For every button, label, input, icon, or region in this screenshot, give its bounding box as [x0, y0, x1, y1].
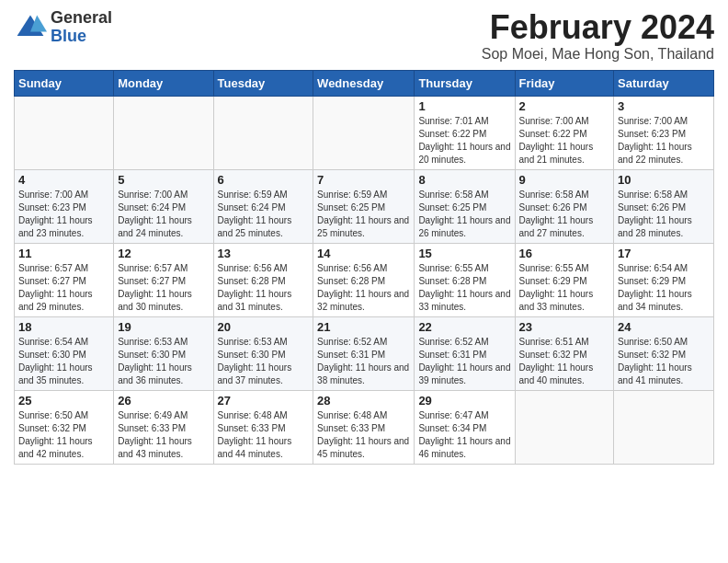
- calendar-day-cell: 10Sunrise: 6:58 AMSunset: 6:26 PMDayligh…: [614, 169, 714, 243]
- calendar-day-cell: 18Sunrise: 6:54 AMSunset: 6:30 PMDayligh…: [15, 316, 114, 390]
- calendar-day-cell: 9Sunrise: 6:58 AMSunset: 6:26 PMDaylight…: [515, 169, 614, 243]
- day-info: Sunrise: 6:54 AMSunset: 6:29 PMDaylight:…: [618, 262, 710, 314]
- week-row-5: 25Sunrise: 6:50 AMSunset: 6:32 PMDayligh…: [15, 390, 714, 464]
- day-info: Sunrise: 7:01 AMSunset: 6:22 PMDaylight:…: [418, 115, 510, 167]
- week-row-2: 4Sunrise: 7:00 AMSunset: 6:23 PMDaylight…: [15, 169, 714, 243]
- calendar-day-cell: 12Sunrise: 6:57 AMSunset: 6:27 PMDayligh…: [114, 243, 213, 316]
- day-info: Sunrise: 6:55 AMSunset: 6:29 PMDaylight:…: [519, 262, 610, 314]
- calendar-day-cell: 21Sunrise: 6:52 AMSunset: 6:31 PMDayligh…: [313, 316, 415, 390]
- week-row-1: 1Sunrise: 7:01 AMSunset: 6:22 PMDaylight…: [15, 96, 714, 169]
- day-number: 11: [18, 247, 109, 260]
- week-row-3: 11Sunrise: 6:57 AMSunset: 6:27 PMDayligh…: [15, 243, 714, 316]
- day-info: Sunrise: 6:57 AMSunset: 6:27 PMDaylight:…: [18, 262, 109, 314]
- calendar-day-cell: [313, 96, 415, 169]
- day-info: Sunrise: 6:48 AMSunset: 6:33 PMDaylight:…: [317, 409, 410, 461]
- logo-blue: Blue: [51, 27, 86, 45]
- day-info: Sunrise: 7:00 AMSunset: 6:24 PMDaylight:…: [118, 189, 209, 240]
- weekday-header-wednesday: Wednesday: [313, 70, 415, 96]
- calendar-day-cell: 2Sunrise: 7:00 AMSunset: 6:22 PMDaylight…: [515, 96, 614, 169]
- calendar-day-cell: 13Sunrise: 6:56 AMSunset: 6:28 PMDayligh…: [213, 243, 313, 316]
- weekday-header-saturday: Saturday: [614, 70, 714, 96]
- day-info: Sunrise: 6:55 AMSunset: 6:28 PMDaylight:…: [418, 262, 510, 314]
- day-info: Sunrise: 6:50 AMSunset: 6:32 PMDaylight:…: [618, 336, 710, 387]
- day-info: Sunrise: 6:58 AMSunset: 6:26 PMDaylight:…: [519, 189, 610, 240]
- page-header: General Blue February 2024 Sop Moei, Mae…: [14, 9, 714, 63]
- calendar-day-cell: [114, 96, 213, 169]
- day-info: Sunrise: 6:58 AMSunset: 6:25 PMDaylight:…: [418, 189, 510, 240]
- day-info: Sunrise: 6:59 AMSunset: 6:25 PMDaylight:…: [317, 189, 410, 240]
- calendar-day-cell: 27Sunrise: 6:48 AMSunset: 6:33 PMDayligh…: [213, 390, 313, 464]
- day-number: 12: [118, 247, 209, 260]
- day-number: 2: [519, 99, 610, 113]
- day-info: Sunrise: 6:53 AMSunset: 6:30 PMDaylight:…: [118, 336, 209, 387]
- calendar-day-cell: 14Sunrise: 6:56 AMSunset: 6:28 PMDayligh…: [313, 243, 415, 316]
- calendar-day-cell: 23Sunrise: 6:51 AMSunset: 6:32 PMDayligh…: [515, 316, 614, 390]
- day-number: 15: [418, 247, 510, 260]
- weekday-header-thursday: Thursday: [415, 70, 515, 96]
- day-number: 6: [218, 173, 310, 187]
- day-number: 1: [418, 99, 510, 113]
- calendar-day-cell: 7Sunrise: 6:59 AMSunset: 6:25 PMDaylight…: [313, 169, 415, 243]
- logo-general: General: [51, 8, 112, 27]
- day-info: Sunrise: 6:56 AMSunset: 6:28 PMDaylight:…: [218, 262, 310, 314]
- weekday-header-tuesday: Tuesday: [213, 70, 313, 96]
- calendar-day-cell: 3Sunrise: 7:00 AMSunset: 6:23 PMDaylight…: [614, 96, 714, 169]
- calendar-day-cell: 22Sunrise: 6:52 AMSunset: 6:31 PMDayligh…: [415, 316, 515, 390]
- calendar-day-cell: 16Sunrise: 6:55 AMSunset: 6:29 PMDayligh…: [515, 243, 614, 316]
- day-info: Sunrise: 6:50 AMSunset: 6:32 PMDaylight:…: [18, 409, 109, 461]
- day-number: 27: [218, 394, 310, 408]
- day-info: Sunrise: 6:48 AMSunset: 6:33 PMDaylight:…: [218, 409, 310, 461]
- day-number: 29: [418, 394, 510, 408]
- calendar-day-cell: 4Sunrise: 7:00 AMSunset: 6:23 PMDaylight…: [15, 169, 114, 243]
- calendar-day-cell: [15, 96, 114, 169]
- day-number: 22: [418, 320, 510, 334]
- day-number: 10: [618, 173, 710, 187]
- day-info: Sunrise: 7:00 AMSunset: 6:23 PMDaylight:…: [618, 115, 710, 167]
- day-info: Sunrise: 6:58 AMSunset: 6:26 PMDaylight:…: [618, 189, 710, 240]
- day-number: 7: [317, 173, 410, 187]
- day-number: 20: [218, 320, 310, 334]
- day-number: 18: [18, 320, 109, 334]
- calendar-day-cell: 25Sunrise: 6:50 AMSunset: 6:32 PMDayligh…: [15, 390, 114, 464]
- calendar-day-cell: [515, 390, 614, 464]
- calendar-day-cell: 26Sunrise: 6:49 AMSunset: 6:33 PMDayligh…: [114, 390, 213, 464]
- day-info: Sunrise: 6:49 AMSunset: 6:33 PMDaylight:…: [118, 409, 209, 461]
- day-number: 3: [618, 99, 710, 113]
- day-number: 25: [18, 394, 109, 408]
- calendar-day-cell: 6Sunrise: 6:59 AMSunset: 6:24 PMDaylight…: [213, 169, 313, 243]
- day-number: 17: [618, 247, 710, 260]
- day-number: 23: [519, 320, 610, 334]
- calendar-day-cell: [614, 390, 714, 464]
- calendar-day-cell: 5Sunrise: 7:00 AMSunset: 6:24 PMDaylight…: [114, 169, 213, 243]
- weekday-header-monday: Monday: [114, 70, 213, 96]
- calendar-day-cell: [213, 96, 313, 169]
- day-number: 13: [218, 247, 310, 260]
- day-info: Sunrise: 6:56 AMSunset: 6:28 PMDaylight:…: [317, 262, 410, 314]
- calendar-day-cell: 19Sunrise: 6:53 AMSunset: 6:30 PMDayligh…: [114, 316, 213, 390]
- calendar-day-cell: 15Sunrise: 6:55 AMSunset: 6:28 PMDayligh…: [415, 243, 515, 316]
- calendar-day-cell: 29Sunrise: 6:47 AMSunset: 6:34 PMDayligh…: [415, 390, 515, 464]
- calendar-day-cell: 20Sunrise: 6:53 AMSunset: 6:30 PMDayligh…: [213, 316, 313, 390]
- day-number: 26: [118, 394, 209, 408]
- calendar-table: SundayMondayTuesdayWednesdayThursdayFrid…: [14, 70, 714, 465]
- day-info: Sunrise: 6:54 AMSunset: 6:30 PMDaylight:…: [18, 336, 109, 387]
- day-number: 24: [618, 320, 710, 334]
- calendar-day-cell: 8Sunrise: 6:58 AMSunset: 6:25 PMDaylight…: [415, 169, 515, 243]
- day-info: Sunrise: 6:51 AMSunset: 6:32 PMDaylight:…: [519, 336, 610, 387]
- calendar-day-cell: 24Sunrise: 6:50 AMSunset: 6:32 PMDayligh…: [614, 316, 714, 390]
- calendar-day-cell: 17Sunrise: 6:54 AMSunset: 6:29 PMDayligh…: [614, 243, 714, 316]
- day-number: 4: [18, 173, 109, 187]
- day-info: Sunrise: 6:59 AMSunset: 6:24 PMDaylight:…: [218, 189, 310, 240]
- weekday-header-sunday: Sunday: [15, 70, 114, 96]
- weekday-header-row: SundayMondayTuesdayWednesdayThursdayFrid…: [15, 70, 714, 96]
- calendar-day-cell: 28Sunrise: 6:48 AMSunset: 6:33 PMDayligh…: [313, 390, 415, 464]
- day-info: Sunrise: 6:52 AMSunset: 6:31 PMDaylight:…: [317, 336, 410, 387]
- day-number: 16: [519, 247, 610, 260]
- day-info: Sunrise: 6:53 AMSunset: 6:30 PMDaylight:…: [218, 336, 310, 387]
- day-number: 8: [418, 173, 510, 187]
- title-area: February 2024 Sop Moei, Mae Hong Son, Th…: [482, 9, 714, 63]
- calendar-day-cell: 11Sunrise: 6:57 AMSunset: 6:27 PMDayligh…: [15, 243, 114, 316]
- day-info: Sunrise: 7:00 AMSunset: 6:22 PMDaylight:…: [519, 115, 610, 167]
- day-number: 14: [317, 247, 410, 260]
- logo-text: General Blue: [51, 9, 112, 46]
